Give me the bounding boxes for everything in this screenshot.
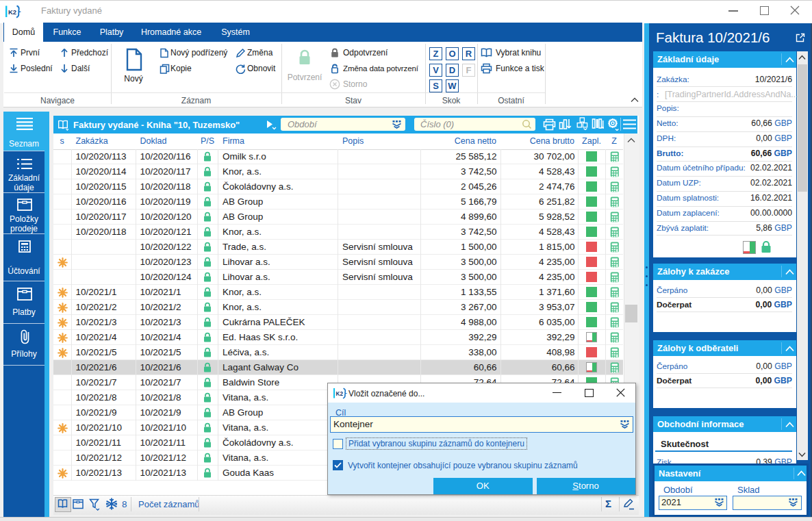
svg-text:K2: K2 bbox=[336, 391, 344, 397]
svg-text:K2: K2 bbox=[8, 8, 16, 16]
